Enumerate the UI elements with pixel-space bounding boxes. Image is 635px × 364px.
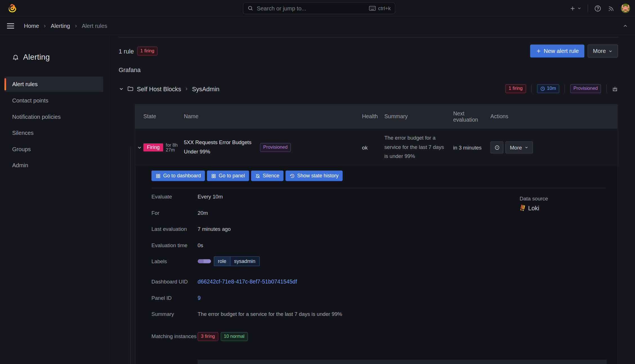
detail-label: Summary xyxy=(151,311,198,317)
row-collapse-button[interactable] xyxy=(135,145,144,150)
export-icon xyxy=(612,86,618,92)
folder-icon xyxy=(127,86,134,92)
sidebar-item-label: Contact points xyxy=(12,97,48,104)
screen: ctrl+k xyxy=(0,0,635,364)
sidebar-item-silences[interactable]: Silences xyxy=(5,125,103,141)
detail-label: Labels xyxy=(151,258,198,264)
detail-summary: Summary The error budget for a service f… xyxy=(151,306,605,322)
cell-name: 5XX Requests Error Budgets Under 99% Pro… xyxy=(184,138,362,157)
bell-slash-icon xyxy=(255,173,260,178)
rule-name-link[interactable]: 5XX Requests Error Budgets Under 99% xyxy=(184,138,256,157)
grafana-app: ctrl+k xyxy=(0,0,635,364)
detail-label: Dashboard UID xyxy=(151,278,198,285)
col-header-actions: Actions xyxy=(490,113,618,120)
detail-value: Every 10m xyxy=(198,193,223,200)
plus-icon xyxy=(536,48,541,54)
group-interval-badge: 10m xyxy=(537,84,559,93)
sidebar-item-groups[interactable]: Groups xyxy=(5,141,103,157)
eye-icon xyxy=(494,144,500,151)
detail-value: 0s xyxy=(198,242,203,248)
instances-table-header-partial xyxy=(198,360,607,364)
sidebar-item-admin[interactable]: Admin xyxy=(5,158,103,173)
detail-labels: Labels role sysadmin xyxy=(151,253,605,269)
sidebar-item-contact-points[interactable]: Contact points xyxy=(5,93,103,108)
breadcrumb-home[interactable]: Home xyxy=(24,23,39,29)
cell-health: ok xyxy=(362,144,384,151)
detail-label: Evaluate xyxy=(151,193,198,200)
cell-state: Firing for 8h 27m xyxy=(143,142,184,152)
new-alert-rule-button[interactable]: New alert rule xyxy=(530,44,584,57)
breadcrumb-alerting[interactable]: Alerting xyxy=(51,23,70,29)
data-source-block: Data source xyxy=(520,196,548,211)
view-rule-button[interactable] xyxy=(490,141,503,153)
sidebar-item-alert-rules[interactable]: Alert rules xyxy=(5,77,103,92)
group-provisioned-badge: Provisioned xyxy=(570,84,601,93)
row-more-button[interactable]: More xyxy=(506,141,533,153)
data-source-name[interactable]: Loki xyxy=(528,205,539,211)
export-group-button[interactable] xyxy=(612,86,618,92)
badge-divider xyxy=(531,85,531,93)
label-value: sysadmin xyxy=(230,257,259,266)
chevron-up-icon xyxy=(622,23,628,29)
sidebar-title-label: Alerting xyxy=(23,53,50,62)
firing-state-badge: Firing xyxy=(143,143,163,151)
label-badge: role sysadmin xyxy=(214,256,260,266)
search-input[interactable] xyxy=(257,5,365,12)
topbar-divider xyxy=(588,4,588,12)
chevron-down-icon xyxy=(524,146,528,149)
chevron-right-icon xyxy=(43,24,47,28)
table-header-row: State Name Health Summary Next evaluatio… xyxy=(135,104,618,129)
more-label: More xyxy=(593,48,606,54)
matching-firing-badge: 3 firing xyxy=(198,332,218,341)
group-name-link[interactable]: SysAdmin xyxy=(192,85,219,92)
more-actions-button[interactable]: More xyxy=(588,44,618,57)
dashboard-grid-icon xyxy=(155,173,161,178)
group-folder-link[interactable]: Self Host Blocks xyxy=(137,85,181,92)
show-state-history-button[interactable]: Show state history xyxy=(285,171,343,181)
detail-panel-id: Panel ID 9 xyxy=(151,290,605,306)
search-shortcut-label: ctrl+k xyxy=(378,5,391,12)
search-shortcut: ctrl+k xyxy=(369,5,391,12)
detail-label: Evaluation time xyxy=(151,242,198,248)
chevron-down-icon xyxy=(137,145,142,150)
help-button[interactable] xyxy=(594,5,602,12)
rule-details-panel: Go to dashboard Go to panel Silence xyxy=(135,166,618,364)
detail-dashboard-uid: Dashboard UID d66242cf-71e8-417c-8ef7-51… xyxy=(151,273,605,290)
content-divider xyxy=(119,37,618,37)
sidebar-nav: Alerting Alert rules Contact points Noti… xyxy=(0,36,109,364)
sidebar-item-notification-policies[interactable]: Notification policies xyxy=(5,109,103,124)
menu-toggle-button[interactable] xyxy=(7,23,14,29)
group-collapse-button[interactable] xyxy=(119,86,124,91)
keyboard-icon xyxy=(369,6,375,11)
help-circle-icon xyxy=(594,5,602,12)
clock-icon xyxy=(540,86,545,91)
dashboard-uid-link[interactable]: d66242cf-71e8-417c-8ef7-51b0741545df xyxy=(198,278,297,285)
go-to-dashboard-button[interactable]: Go to dashboard xyxy=(151,171,205,181)
go-to-panel-button[interactable]: Go to panel xyxy=(207,171,249,181)
rule-count: 1 rule xyxy=(119,48,134,54)
topbar-actions xyxy=(569,0,630,17)
detail-value: 7 minutes ago xyxy=(198,226,231,232)
panel-id-link[interactable]: 9 xyxy=(198,295,201,301)
user-avatar[interactable] xyxy=(621,4,630,13)
search-icon xyxy=(247,5,254,12)
global-search[interactable]: ctrl+k xyxy=(243,3,395,14)
silence-label: Silence xyxy=(263,173,279,178)
alert-rule-row: Firing for 8h 27m 5XX Requests Error Bud… xyxy=(135,129,618,166)
label-key: role xyxy=(214,257,230,266)
silence-button[interactable]: Silence xyxy=(251,171,283,181)
cell-actions: More xyxy=(490,141,618,153)
panel-grid-icon xyxy=(211,173,216,178)
detail-matching-instances: Matching instances 3 firing 10 normal xyxy=(151,332,605,341)
go-to-dashboard-label: Go to dashboard xyxy=(163,173,201,178)
detail-value: 20m xyxy=(198,210,208,216)
col-header-next-evaluation: Next evaluation xyxy=(453,110,490,122)
rules-list-header: 1 rule 1 firing New alert rule More xyxy=(119,44,618,57)
data-source-label: Data source xyxy=(520,196,548,202)
new-menu-button[interactable] xyxy=(569,5,582,12)
grafana-logo-icon[interactable] xyxy=(7,3,17,14)
collapse-header-button[interactable] xyxy=(622,23,628,29)
news-button[interactable] xyxy=(607,5,615,12)
detail-evaluation-time: Evaluation time 0s xyxy=(151,237,605,253)
chevron-down-icon xyxy=(119,86,124,91)
